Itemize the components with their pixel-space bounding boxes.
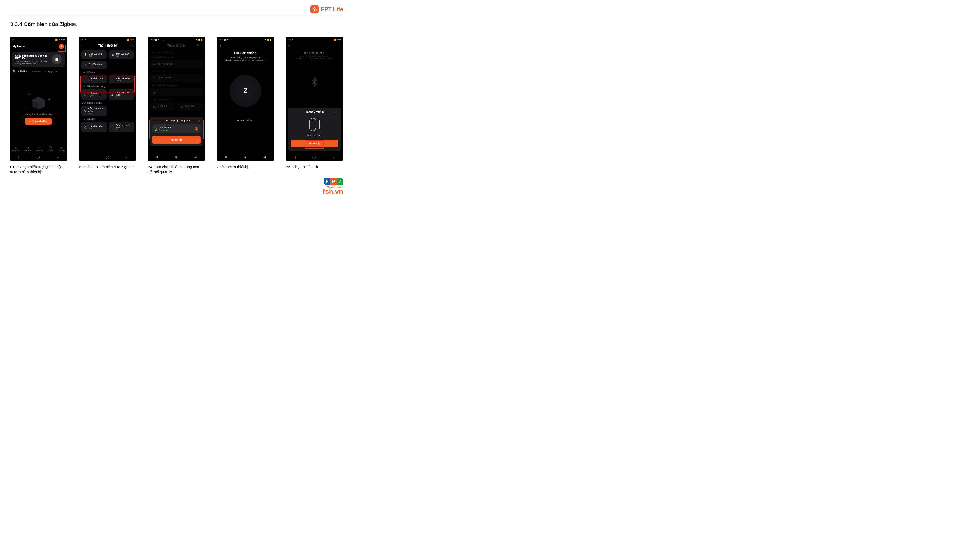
status-bar: 16:23 📶 48% [286, 37, 343, 41]
motion-icon: ◎ [83, 92, 88, 97]
tile-door-sensor-zigbee[interactable]: ⎕Cảm biến cửaZigbee [108, 75, 134, 83]
tile-motion-zigbee[interactable]: ◎Cảm biến CĐZigbee [81, 89, 107, 100]
smoke-icon: ◌ [83, 125, 88, 130]
back-nav-icon[interactable]: ＜ [56, 155, 59, 159]
category-presence-sensor: Cảm biến hiện diện [82, 102, 134, 104]
caption-4: Chờ quét ra thiết bị [217, 164, 248, 169]
home-nav-icon[interactable]: ◯ [37, 156, 40, 159]
status-bar: 14:13 🅱 ⬆ · G · ✽ 📶 🔋 [217, 37, 274, 41]
category-smoke-sensor: Cảm biến khói [82, 118, 134, 121]
nav-account[interactable]: ☺Tài khoản [57, 146, 65, 152]
nav-security[interactable]: ◯An ninh [48, 146, 53, 152]
back-button[interactable]: ‹ [220, 44, 221, 48]
tile-led-strip[interactable]: ▦Đèn LED dâyBLE [108, 51, 134, 59]
tab-more[interactable]: ··· [60, 70, 62, 73]
tab-all-devices[interactable]: Tất cả thiết bị [13, 70, 28, 73]
done-button[interactable]: Hoàn tất [152, 136, 200, 143]
hub-status: Trực tuyến [159, 129, 171, 131]
strip-icon: ▦ [110, 52, 115, 57]
search-subtitle-dim: Đảm bảo rằng thiết bị đang được bậtĐặt đ… [286, 56, 343, 59]
presence-icon: ⊕ [83, 109, 87, 113]
section-title: 3.3.4 Cảm biến cửa Zigbee. [10, 21, 343, 27]
home-selector[interactable]: My Home ⌄ [13, 45, 28, 48]
sheet-title: Chọn thiết bị trung tâm ✕ [152, 119, 200, 122]
header-divider [10, 16, 343, 16]
tile-presence-wifi[interactable]: ⊕Cảm biến hiện diệnWiFi [81, 106, 107, 116]
usb-icon: ▯ [154, 126, 157, 131]
svg-line-5 [132, 46, 133, 46]
close-sheet-button[interactable]: ✕ [198, 119, 200, 122]
bulb-icon: 💡 [83, 52, 88, 57]
screenshot-step-1-2: 13:31 📶 ⚡ 51% My Home ⌄ + Chào mừng bạn … [10, 37, 67, 160]
status-bar: 16:18 📶 48% [79, 37, 136, 41]
motion-lux-icon: ◎ [110, 92, 115, 97]
nav-home[interactable]: ⌂Trang chủ [12, 146, 19, 152]
tile-led-bulb[interactable]: 💡Đèn LED BulbBLE [81, 51, 107, 59]
page-title: Thêm thiết bị [98, 44, 117, 47]
add-device-plus-button[interactable]: + [59, 44, 64, 49]
found-device-name: Cảm biến cửa [291, 134, 338, 137]
tile-door-sensor-ble[interactable]: ⎕Cảm biến cửaBLE [81, 75, 107, 83]
screenshot-step-5: 16:23 📶 48% ‹ Tìm kiếm thiết bị Đảm bảo … [286, 37, 343, 160]
page-header: FPT Life [10, 5, 343, 14]
screenshot-step-3: 16:18 📶 48% ‹ Thêm thiết bị 💡Đèn LED Bul… [79, 37, 136, 160]
empty-message: Không tìm thấy thiết bị nào. [10, 113, 67, 116]
svg-point-4 [130, 44, 132, 46]
bottom-nav: ⌂Trang chủ ◔Ngữ cảnh ☆Yêu thích ◯An ninh… [10, 143, 67, 154]
found-device-sheet: Tìm thấy thiết bị ✕ Cảm biến cửa Hoàn tấ… [288, 108, 341, 151]
status-time: 13:31 [12, 39, 17, 41]
caption-2: B3: Chon "Cảm biến cửa Zigbee" [79, 164, 134, 169]
door-sensor-icon [291, 116, 338, 133]
tracklight-icon: ⫱ [83, 63, 88, 67]
system-nav: ■◉◀ [217, 154, 274, 160]
system-nav: |||◯＜ [10, 154, 67, 160]
nav-favorites[interactable]: ☆Yêu thích [36, 146, 43, 152]
screenshot-step-4: 14:13 🅱 ⬆ · G · ✽ 📶 🔋 ‹Thêm thiết bị🔍 Th… [148, 37, 205, 160]
radio-selected-icon [195, 127, 198, 130]
user-icon: ☺ [60, 146, 63, 149]
status-bar: 14:13 🅱 ⬆ · G · ✽ 📶 🔋 [148, 37, 205, 41]
hub-option-row[interactable]: ▯ USB Zigbee Trực tuyến [152, 124, 200, 133]
close-sheet-button[interactable]: ✕ [335, 110, 337, 114]
tab-entertainment[interactable]: Phòng giải trí [44, 70, 57, 73]
tile-tracklight[interactable]: ⫱Đèn TracklightBLE [81, 61, 107, 69]
door-sensor-icon: ⎕ [83, 77, 88, 81]
welcome-subtitle: Cài đặt bộ điều khiển trung tâm để có th… [15, 60, 49, 65]
brand-footer: FPT Smart Home fsh.vn [323, 178, 343, 195]
tab-front-yard[interactable]: Sân trước [31, 70, 41, 73]
zigbee-scan-icon: Z [229, 75, 261, 107]
scene-icon: ◔ [27, 146, 29, 149]
welcome-title: Chào mừng bạn đã đến với FPT Life [15, 54, 49, 60]
category-door-sensor: Cảm biến cửa [82, 71, 134, 73]
sheet-title: Tìm thấy thiết bị ✕ [291, 110, 338, 113]
star-icon: ☆ [38, 146, 41, 149]
tile-smoke-wifi[interactable]: ◌Cảm biến khói WiFiWiFi [108, 122, 134, 132]
status-right: 📶 ⚡ 51% [55, 39, 65, 41]
search-button[interactable] [130, 44, 134, 48]
back-button[interactable]: ‹ [81, 44, 83, 48]
nav-scenes[interactable]: ◔Ngữ cảnh [24, 146, 31, 152]
add-device-button[interactable]: + Thêm thiết bị [25, 118, 52, 125]
search-title-dim: Tìm kiếm thiết bị [286, 51, 343, 55]
category-motion-sensor: Cảm biến chuyển động [82, 85, 134, 88]
home-icon [52, 54, 62, 64]
brand-fptlife: FPT Life [310, 5, 343, 13]
fpt-logo: FPT [323, 178, 343, 186]
system-nav: |||◯＜ [286, 154, 343, 160]
device-tabs: Tất cả thiết bị Sân trước Phòng giải trí… [10, 69, 67, 73]
smoke-icon: ◌ [110, 125, 114, 130]
door-sensor-icon: ⎕ [110, 77, 115, 81]
recents-icon[interactable]: ||| [18, 156, 20, 159]
svg-point-0 [314, 11, 315, 11]
page-header: ‹ Thêm thiết bị [79, 41, 136, 49]
back-button[interactable]: ‹ [289, 44, 290, 48]
searching-label: Đang tìm kiếm... [217, 119, 274, 121]
done-button[interactable]: Hoàn tất [291, 140, 338, 148]
welcome-card[interactable]: Chào mừng bạn đã đến với FPT Life Cài đặ… [12, 52, 65, 67]
caption-3: B4: Lựa chọn thiết bị trung tâm kết nối … [148, 164, 204, 175]
tile-motion-lux[interactable]: ◎Cảm biến CĐ (Lux)BLE [108, 89, 134, 100]
plus-icon: + [29, 120, 31, 123]
system-nav: ■◉◀ [148, 154, 205, 160]
bluetooth-icon [286, 77, 343, 90]
tile-smoke-ble[interactable]: ◌Cảm biến khóiBLE [81, 122, 107, 132]
